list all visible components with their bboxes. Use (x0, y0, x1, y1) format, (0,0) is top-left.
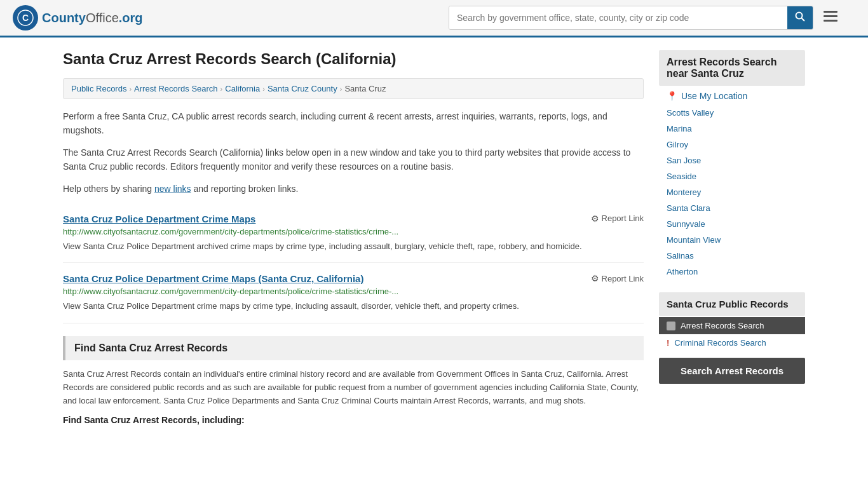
svg-rect-6 (824, 20, 837, 22)
result-url-2[interactable]: http://www.cityofsantacruz.com/governmen… (63, 287, 644, 296)
report-link-label-2: Report Link (602, 274, 644, 283)
result-item: Santa Cruz Police Department Crime Maps … (63, 263, 644, 323)
svg-rect-4 (824, 11, 837, 13)
use-my-location-link[interactable]: 📍 Use My Location (659, 87, 805, 105)
sidebar-link-san-jose[interactable]: San Jose (659, 152, 805, 168)
public-rec-arrest-records[interactable]: Arrest Records Search (659, 317, 805, 334)
find-section-heading: Find Santa Cruz Arrest Records (63, 336, 644, 360)
result-url-1[interactable]: http://www.cityofsantacruz.com/governmen… (63, 227, 644, 236)
sidebar-link-salinas[interactable]: Salinas (659, 248, 805, 264)
description-para3: Help others by sharing new links and rep… (63, 182, 644, 196)
sidebar-link-atherton[interactable]: Atherton (659, 264, 805, 280)
site-header: C CountyOffice.org (0, 0, 868, 37)
report-link-2[interactable]: ⚙ Report Link (591, 273, 644, 283)
page-container: Santa Cruz Arrest Records Search (Califo… (53, 37, 815, 438)
sidebar-link-santa-clara[interactable]: Santa Clara (659, 200, 805, 216)
sidebar-link-scotts-valley[interactable]: Scotts Valley (659, 105, 805, 121)
report-link-label-1: Report Link (602, 214, 644, 223)
find-records-text: Santa Cruz Arrest Records contain an ind… (63, 368, 644, 407)
sidebar-link-seaside[interactable]: Seaside (659, 168, 805, 184)
svg-rect-5 (824, 15, 837, 17)
search-input[interactable] (449, 6, 787, 29)
report-link-1[interactable]: ⚙ Report Link (591, 214, 644, 224)
description-para1: Perform a free Santa Cruz, CA public arr… (63, 109, 644, 138)
logo-text: CountyOffice.org (42, 11, 143, 25)
result-title-2[interactable]: Santa Cruz Police Department Crime Maps … (63, 273, 363, 284)
result-desc-2: View Santa Cruz Police Department crime … (63, 300, 644, 313)
sidebar-link-gilroy[interactable]: Gilroy (659, 137, 805, 152)
result-header: Santa Cruz Police Department Crime Maps … (63, 273, 644, 284)
arrest-records-link[interactable]: Arrest Records Search (681, 321, 764, 330)
sidebar-nearby-header: Arrest Records Search near Santa Cruz (659, 50, 805, 86)
logo-icon: C (13, 5, 38, 30)
new-links-link[interactable]: new links (154, 184, 191, 194)
criminal-records-icon: ! (667, 338, 669, 348)
result-header: Santa Cruz Police Department Crime Maps … (63, 214, 644, 224)
find-records-subheading: Find Santa Cruz Arrest Records, includin… (63, 415, 644, 425)
breadcrumb-city: Santa Cruz (344, 84, 386, 93)
sidebar-link-monterey[interactable]: Monterey (659, 184, 805, 200)
breadcrumb-arrest-records[interactable]: Arrest Records Search (134, 84, 218, 93)
svg-point-2 (796, 13, 803, 19)
breadcrumb-county[interactable]: Santa Cruz County (268, 84, 337, 93)
public-rec-criminal-records[interactable]: ! Criminal Records Search (659, 334, 805, 351)
sidebar-public-records-section: Santa Cruz Public Records Arrest Records… (659, 292, 805, 384)
sidebar-nearby-section: Arrest Records Search near Santa Cruz 📍 … (659, 50, 805, 280)
breadcrumb-california[interactable]: California (225, 84, 260, 93)
page-title: Santa Cruz Arrest Records Search (Califo… (63, 50, 644, 68)
result-desc-1: View Santa Cruz Police Department archiv… (63, 240, 644, 253)
sidebar-link-mountain-view[interactable]: Mountain View (659, 232, 805, 248)
report-icon-2: ⚙ (591, 273, 599, 283)
result-title-1[interactable]: Santa Cruz Police Department Crime Maps (63, 214, 255, 224)
logo-area: C CountyOffice.org (13, 5, 143, 30)
sidebar: Arrest Records Search near Santa Cruz 📍 … (659, 50, 805, 425)
report-icon-1: ⚙ (591, 214, 599, 224)
result-item: Santa Cruz Police Department Crime Maps … (63, 203, 644, 264)
svg-text:C: C (22, 13, 29, 23)
description-para2: The Santa Cruz Arrest Records Search (Ca… (63, 146, 644, 174)
sidebar-link-marina[interactable]: Marina (659, 121, 805, 137)
main-content: Santa Cruz Arrest Records Search (Califo… (63, 50, 644, 425)
use-my-location-label: Use My Location (681, 91, 747, 101)
sidebar-link-sunnyvale[interactable]: Sunnyvale (659, 216, 805, 232)
breadcrumb: Public Records › Arrest Records Search ›… (63, 78, 644, 99)
search-arrest-records-button[interactable]: Search Arrest Records (659, 358, 805, 384)
breadcrumb-public-records[interactable]: Public Records (71, 84, 126, 93)
svg-line-3 (802, 18, 805, 22)
location-pin-icon: 📍 (667, 91, 677, 101)
search-input-wrap (449, 6, 813, 30)
arrest-records-icon (667, 322, 675, 330)
menu-button[interactable] (818, 7, 843, 29)
criminal-records-link[interactable]: Criminal Records Search (674, 338, 766, 348)
search-button[interactable] (787, 6, 813, 29)
search-bar-area (449, 6, 843, 30)
public-records-header: Santa Cruz Public Records (659, 292, 805, 316)
